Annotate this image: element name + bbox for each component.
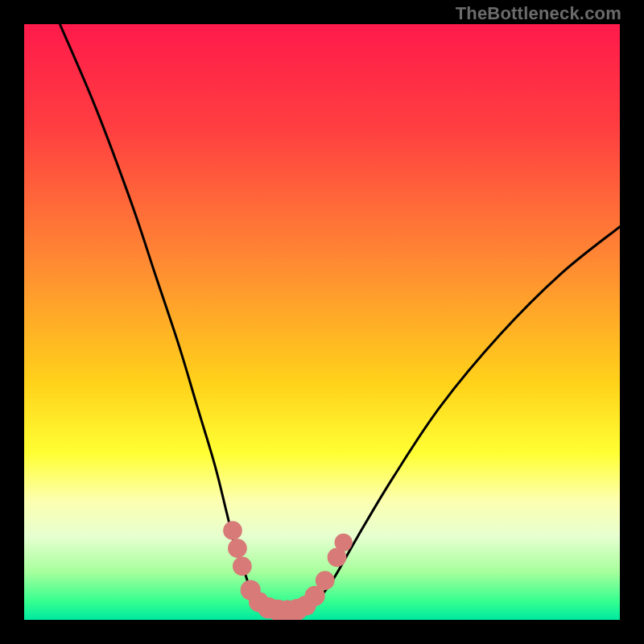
- marker-dot: [233, 557, 252, 576]
- watermark-label: TheBottleneck.com: [456, 3, 621, 24]
- marker-dot: [228, 539, 247, 558]
- marker-dot: [316, 571, 335, 590]
- chart-svg: [24, 24, 620, 620]
- gradient-background: [24, 24, 620, 620]
- marker-dot: [223, 521, 242, 540]
- plot-area: [24, 24, 620, 620]
- outer-frame: TheBottleneck.com: [0, 0, 644, 644]
- marker-dot: [335, 534, 353, 551]
